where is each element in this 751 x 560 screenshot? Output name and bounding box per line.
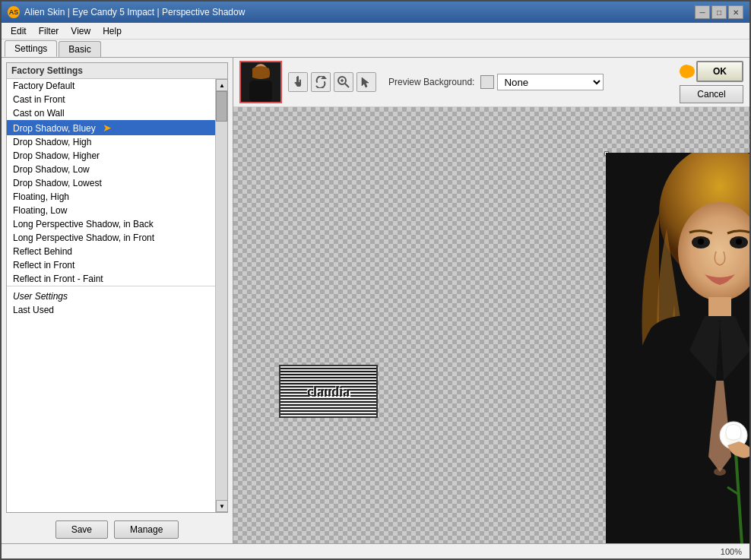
claudia-overlay: claudia [279,365,378,418]
preview-bg-dropdown[interactable]: None White Black Custom [497,74,604,90]
preset-floating-low[interactable]: Floating, Low [7,204,227,217]
preset-cast-on-wall[interactable]: Cast on Wall [7,106,227,120]
preview-thumbnail [239,61,282,103]
hand-icon [292,76,304,88]
tab-basic[interactable]: Basic [59,41,100,57]
preset-drop-shadow-higher[interactable]: Drop Shadow, Higher [7,149,227,163]
zoom-tool-button[interactable] [334,72,353,92]
preset-drop-shadow-bluey[interactable]: Drop Shadow, Bluey ➤ [7,120,227,135]
thumbnail-image [242,62,280,102]
thumbnail-svg [242,62,280,102]
close-button[interactable]: ✕ [728,5,743,19]
rotate-icon [315,76,327,88]
tab-settings[interactable]: Settings [5,40,57,57]
preset-last-used[interactable]: Last Used [7,303,227,317]
svg-point-24 [714,468,726,476]
ok-button-wrapper: OK [680,61,743,82]
minimize-button[interactable]: ─ [695,5,710,19]
app-icon: AS [8,6,20,18]
preset-scrollbar[interactable]: ▲ ▼ [215,79,227,512]
right-panel: Preview Background: None White Black Cus… [233,58,749,543]
main-window: AS Alien Skin | Eye Candy 5 Impact | Per… [0,0,751,560]
left-panel: Factory Settings Factory Default Cast in… [2,58,233,543]
preset-list-container: Factory Settings Factory Default Cast in… [6,62,228,513]
window-title: Alien Skin | Eye Candy 5 Impact | Perspe… [24,7,245,17]
toolbar-area: Preview Background: None White Black Cus… [233,58,749,107]
preset-cast-in-front[interactable]: Cast in Front [7,93,227,106]
svg-line-5 [345,84,349,87]
rotate-tool-button[interactable] [311,72,331,92]
claudia-text: claudia [307,384,350,400]
cursor-tool-button[interactable] [356,72,376,92]
user-settings-label[interactable]: User Settings [7,289,227,303]
subject-container[interactable] [606,153,749,543]
zoom-icon [337,76,350,88]
menu-edit[interactable]: Edit [5,24,33,38]
save-button[interactable]: Save [55,520,108,539]
preview-bg-label: Preview Background: [388,77,474,87]
menu-view[interactable]: View [65,24,97,38]
preview-bg-selector: None White Black Custom [480,74,604,90]
selected-arrow-icon: ➤ [103,122,112,134]
title-bar-left: AS Alien Skin | Eye Candy 5 Impact | Per… [8,6,245,18]
menu-bar: Edit Filter View Help [2,23,749,40]
preset-reflect-in-front[interactable]: Reflect in Front [7,258,227,272]
subject-svg [606,153,749,543]
restore-button[interactable]: □ [711,5,727,19]
ok-cancel-area: OK Cancel [680,61,743,103]
preset-items-scroll[interactable]: Factory Default Cast in Front Cast on Wa… [7,79,227,512]
subject-image [606,153,749,543]
cursor-icon [360,76,372,88]
user-settings-section: User Settings Last Used [7,286,227,317]
scroll-down-arrow[interactable]: ▼ [216,500,227,512]
scroll-track[interactable] [216,91,227,500]
svg-rect-2 [249,81,272,102]
title-bar-buttons: ─ □ ✕ [695,5,743,19]
preview-bg-color-swatch [480,75,494,89]
preview-area: claudia [233,107,749,543]
preset-factory-default[interactable]: Factory Default [7,79,227,93]
zoom-level: 100% [721,547,742,556]
toolbar-tools [288,72,376,92]
menu-help[interactable]: Help [97,24,128,38]
cancel-button[interactable]: Cancel [680,85,743,103]
preset-drop-shadow-lowest[interactable]: Drop Shadow, Lowest [7,176,227,190]
ok-button[interactable]: OK [696,61,743,82]
preset-floating-high[interactable]: Floating, High [7,190,227,204]
tabs-bar: Settings Basic [2,40,749,58]
preset-drop-shadow-high[interactable]: Drop Shadow, High [7,135,227,149]
preset-drop-shadow-low[interactable]: Drop Shadow, Low [7,163,227,176]
title-bar: AS Alien Skin | Eye Candy 5 Impact | Per… [2,2,749,23]
preset-reflect-behind[interactable]: Reflect Behind [7,245,227,258]
preset-reflect-in-front-faint[interactable]: Reflect in Front - Faint [7,272,227,286]
svg-marker-8 [362,78,369,87]
preset-list-wrapper: Factory Default Cast in Front Cast on Wa… [7,79,227,512]
preset-long-perspective-front[interactable]: Long Perspective Shadow, in Front [7,231,227,245]
scroll-up-arrow[interactable]: ▲ [216,79,227,91]
svg-point-15 [698,239,704,245]
preset-long-perspective-back[interactable]: Long Perspective Shadow, in Back [7,217,227,231]
preset-list-header: Factory Settings [7,63,227,79]
bottom-buttons: Save Manage [2,516,233,543]
scroll-thumb[interactable] [216,91,227,122]
hand-tool-button[interactable] [288,72,308,92]
status-bar: 100% [2,543,749,558]
manage-button[interactable]: Manage [114,520,179,539]
main-content: Factory Settings Factory Default Cast in… [2,58,749,543]
menu-filter[interactable]: Filter [33,24,65,38]
svg-point-16 [736,239,742,245]
